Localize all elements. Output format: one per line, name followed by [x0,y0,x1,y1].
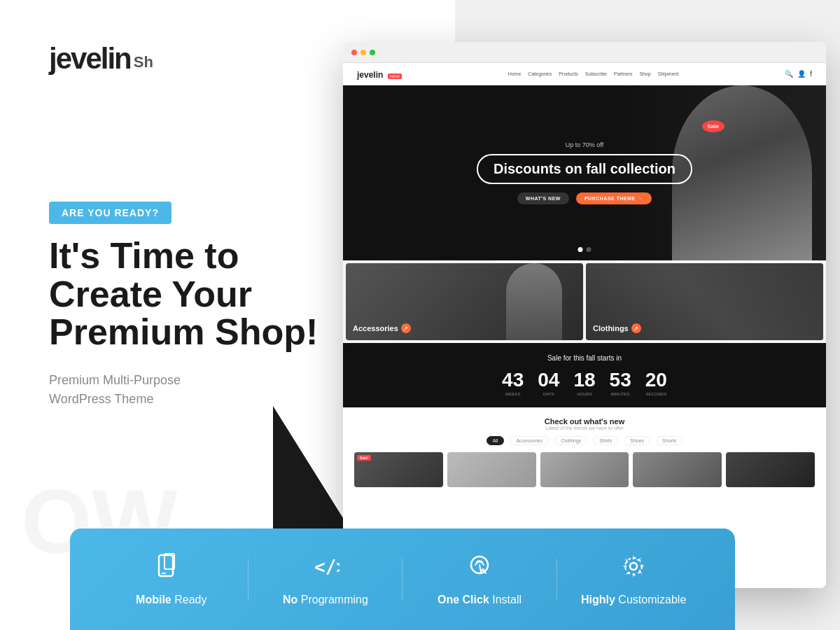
countdown-seconds-number: 20 [645,370,667,390]
feature-bar: Mobile Ready </> No Programming One Clic… [70,528,735,630]
product-card-2[interactable] [447,452,536,487]
nav-products[interactable]: Products [559,71,578,76]
site-nav: Home Categories Products Subscribe Partn… [508,71,679,76]
countdown-title: Sale for this fall starts in [354,354,815,362]
hero-buttons: WHAT'S NEW PURCHASE THEME → [477,192,692,204]
mobile-icon [158,552,186,587]
feature-mobile-label: Mobile Ready [136,594,206,606]
user-icon[interactable]: 👤 [797,70,806,78]
purchase-button[interactable]: PURCHASE THEME → [576,192,652,204]
hero-discount: Up to 70% off [477,141,692,148]
nav-home[interactable]: Home [508,71,522,76]
category-clothings[interactable]: Clothings ↗ [586,263,823,340]
sale-badge: Sale [702,120,724,132]
category-grid: Accessories ↗ Clothings ↗ [343,260,826,343]
countdown-weeks: 43 WEEKS [502,370,524,396]
feature-divider-3 [556,559,557,601]
clothings-label: Clothings ↗ [593,323,641,333]
hero-dot-2[interactable] [587,247,592,252]
search-icon[interactable]: 🔍 [785,70,793,78]
countdown-days-number: 04 [538,370,559,390]
countdown-hours-number: 18 [573,370,595,390]
hero-dots [578,247,592,252]
filter-shirts[interactable]: Shirts [593,436,618,445]
countdown-hours: 18 HOURS [573,370,595,396]
accessories-arrow: ↗ [401,323,411,333]
category-accessories[interactable]: Accessories ↗ [346,263,583,340]
svg-text:</>: </> [314,556,340,578]
filter-tabs: All Accessories Clothings Shirts Shoes S… [354,436,815,445]
whats-new-button[interactable]: WHAT'S NEW [517,192,569,204]
countdown-hours-label: HOURS [573,392,595,396]
site-nav-icons: 🔍 👤 f [785,70,812,78]
nav-shipment[interactable]: Shipment [658,71,679,76]
browser-dot-red[interactable] [351,50,357,55]
countdown-timer: 43 WEEKS 04 DAYS 18 HOURS 53 MINUTES 20 [354,370,815,396]
product-card-1[interactable]: Sale! [354,452,443,487]
click-icon [465,552,493,587]
gear-icon [620,552,648,587]
browser-chrome [343,42,826,63]
nav-subscribe[interactable]: Subscribe [585,71,607,76]
hero-dot-1[interactable] [578,247,583,252]
new-arrivals-section: Check out what's new Latest of the trend… [343,407,826,497]
feature-mobile-bold: Mobile [136,594,172,606]
filter-clothings[interactable]: Clothings [554,436,587,445]
headline: It's Time to Create Your Premium Shop! [49,237,350,351]
accessories-label: Accessories ↗ [353,323,411,333]
site-logo-badge: NEW [388,74,402,79]
nav-categories[interactable]: Categories [528,71,552,76]
countdown-minutes-label: MINUTES [610,392,631,396]
clothings-text: Clothings [593,324,629,332]
new-arrivals-subtitle: Latest of the trends we have to offer [354,426,815,430]
new-arrivals-title: Check out what's new [354,417,815,426]
subheadline: Premium Multi-Purpose WordPress Theme [49,371,350,409]
product-card-3[interactable] [540,452,629,487]
countdown-days-label: DAYS [538,392,559,396]
subheadline-line1: Premium Multi-Purpose [49,373,181,387]
feature-oneclick-bold: One Click [438,594,489,606]
product-img-5 [726,452,815,487]
filter-accessories[interactable]: Accessories [510,436,549,445]
countdown-seconds-label: SECONDS [645,392,667,396]
hero-model [672,85,812,260]
feature-one-click: One Click Install [410,552,550,606]
site-hero: Up to 70% off Discounts on fall collecti… [343,85,826,260]
accessories-model [506,263,562,340]
svg-point-6 [625,558,642,575]
product-img-4 [633,452,722,487]
logo-text: jevelin [49,42,131,76]
arrow-icon: → [638,196,644,201]
filter-shorts[interactable]: Shorts [656,436,682,445]
countdown-seconds: 20 SECONDS [645,370,667,396]
filter-all[interactable]: All [486,436,505,445]
countdown-section: Sale for this fall starts in 43 WEEKS 04… [343,343,826,407]
svg-rect-0 [159,555,173,576]
product-img-2 [447,452,536,487]
feature-customizable-label: Highly Customizable [581,594,686,606]
feature-highly-bold: Highly [581,594,615,606]
feature-no-bold: No [283,594,298,606]
product-card-5[interactable] [726,452,815,487]
product-card-4[interactable] [633,452,722,487]
feature-divider-1 [248,559,248,601]
site-logo: jevelin NEW [357,68,402,80]
feature-divider-2 [402,559,402,601]
browser-dot-green[interactable] [370,50,375,55]
filter-shoes[interactable]: Shoes [624,436,650,445]
browser-dot-yellow[interactable] [360,50,366,55]
hero-title: Discounts on fall collection [477,154,692,184]
subheadline-line2: WordPress Theme [49,392,153,406]
browser-dots [351,50,375,55]
countdown-days: 04 DAYS [538,370,559,396]
feature-click-label: One Click Install [438,594,522,606]
browser-mockup: jevelin NEW Home Categories Products Sub… [343,42,826,588]
feature-no-programming: </> No Programming [255,552,396,606]
code-icon: </> [312,552,340,587]
nav-shop[interactable]: Shop [639,71,650,76]
nav-partners[interactable]: Partners [614,71,632,76]
social-icon: f [810,70,812,78]
logo-sup: Sh [134,53,153,71]
site-header: jevelin NEW Home Categories Products Sub… [343,63,826,85]
site-content: jevelin NEW Home Categories Products Sub… [343,63,826,588]
